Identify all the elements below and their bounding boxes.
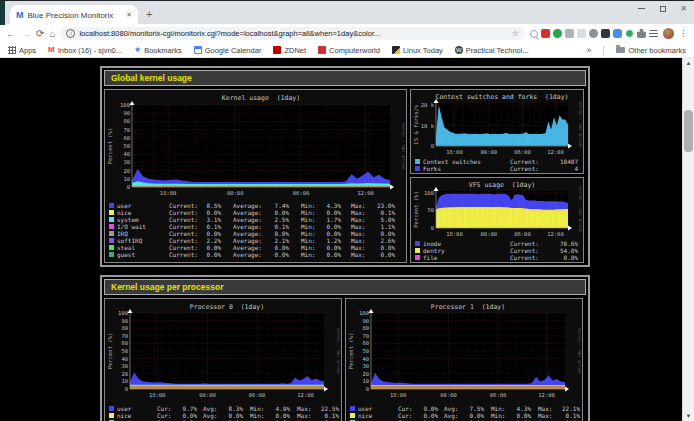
processor-1-graph-panel[interactable]: 010203040506070809010018:0000:0006:0012:… bbox=[345, 298, 583, 421]
legend-row: Context switchesCurrent:10407 bbox=[412, 158, 582, 165]
search-ext-icon[interactable] bbox=[530, 30, 538, 38]
context-switches-graph[interactable]: 010 k20 k18:0000:0006:0012:00Context swi… bbox=[412, 91, 582, 157]
bookmark-google-calendar[interactable]: Google Calendar bbox=[194, 46, 262, 55]
url-text[interactable]: localhost:8080/monitorix-cgi/monitorix.c… bbox=[79, 29, 507, 38]
kernel-usage-graph[interactable]: 010203040506070809010018:0000:0006:0012:… bbox=[106, 91, 405, 201]
legend-series-name: file bbox=[423, 254, 510, 261]
legend-swatch-icon bbox=[350, 406, 355, 411]
svg-text:18:00: 18:00 bbox=[446, 231, 463, 237]
bookmarks-overflow-chevron[interactable]: » bbox=[586, 45, 591, 55]
legend-stat-value: 0.0% bbox=[267, 209, 289, 216]
bookmark-star-icon[interactable]: ☆ bbox=[512, 29, 519, 38]
legend-swatch-icon bbox=[109, 238, 114, 243]
vfs-usage-legend: inodeCurrent:70.6%dentryCurrent:54.0%fil… bbox=[412, 240, 582, 261]
bookmark-zdnet[interactable]: ZDNet bbox=[273, 46, 306, 55]
reading-list-icon[interactable] bbox=[649, 30, 658, 38]
bookmark-practical-technology[interactable]: Practical Technol... bbox=[455, 46, 529, 55]
bookmark-label: Practical Technol... bbox=[466, 46, 529, 55]
vfs-usage-graph-panel[interactable]: 05010018:0000:0006:0012:00VFS usage (1da… bbox=[410, 177, 584, 263]
bookmark-computerworld[interactable]: Computerworld bbox=[318, 46, 380, 55]
address-bar[interactable]: localhost:8080/monitorix-cgi/monitorix.c… bbox=[60, 27, 525, 40]
legend-stat-label: Average: bbox=[233, 230, 267, 237]
legend-swatch-icon bbox=[415, 166, 420, 171]
legend-stat-label: Average: bbox=[233, 216, 267, 223]
browser-tab[interactable]: M Blue Precision Monitorix ✕ bbox=[10, 5, 138, 25]
svg-text:18:00: 18:00 bbox=[446, 149, 463, 155]
computerworld-icon bbox=[318, 46, 326, 54]
copy-ext-icon[interactable] bbox=[565, 29, 574, 38]
legend-stat-label: Average: bbox=[233, 237, 267, 244]
legend-stat-label: Current: bbox=[510, 254, 546, 261]
forward-icon[interactable]: → bbox=[21, 24, 31, 43]
legend-stat-value: 0.0% bbox=[369, 251, 395, 258]
green-circle-ext-icon[interactable] bbox=[625, 29, 634, 38]
legend-series-name: Context switches bbox=[423, 158, 510, 165]
legend-swatch-icon bbox=[415, 248, 420, 253]
svg-text:Percent (%): Percent (%) bbox=[413, 191, 419, 227]
privacy-ext-icon[interactable] bbox=[589, 29, 598, 38]
new-tab-button[interactable]: + bbox=[146, 8, 152, 20]
other-bookmarks-button[interactable]: Other bookmarks bbox=[616, 46, 686, 55]
legend-stat-label: Max: bbox=[351, 202, 369, 209]
extensions-puzzle-icon[interactable] bbox=[637, 29, 646, 38]
svg-text:06:00: 06:00 bbox=[514, 149, 531, 155]
legend-stat-label: Min: bbox=[491, 412, 509, 419]
site-info-icon[interactable] bbox=[66, 29, 75, 38]
svg-text:20: 20 bbox=[121, 371, 128, 377]
legend-stat-label: Cur: bbox=[398, 405, 416, 412]
maximize-button[interactable] bbox=[658, 4, 667, 13]
bookmark-bookmarks[interactable]: ★ Bookmarks bbox=[134, 46, 182, 55]
context-switches-graph-panel[interactable]: 010 k20 k18:0000:0006:0012:00Context swi… bbox=[410, 89, 584, 174]
processor-0-graph[interactable]: 010203040506070809010018:0000:0006:0012:… bbox=[106, 300, 340, 404]
legend-series-name: dentry bbox=[423, 247, 510, 254]
vfs-usage-graph[interactable]: 05010018:0000:0006:0012:00VFS usage (1da… bbox=[412, 179, 582, 239]
reload-icon[interactable]: ⟳ bbox=[36, 24, 44, 43]
processor-1-graph[interactable]: 010203040506070809010018:0000:0006:0012:… bbox=[347, 300, 581, 404]
notes-ext-icon[interactable] bbox=[577, 29, 586, 38]
mail-ext-icon[interactable] bbox=[541, 29, 550, 38]
legend-stat-value: 0.0% bbox=[546, 254, 578, 261]
legend-stat-label: Min: bbox=[301, 216, 319, 223]
back-icon[interactable]: ← bbox=[6, 24, 16, 43]
bookmark-apps[interactable]: Apps bbox=[8, 46, 36, 55]
blue-square-ext-icon[interactable] bbox=[613, 29, 622, 38]
svg-text:10 k: 10 k bbox=[421, 123, 435, 129]
legend-stat-label: Cur: bbox=[398, 412, 416, 419]
kernel-usage-graph-panel[interactable]: 010203040506070809010018:0000:0006:0012:… bbox=[104, 89, 407, 263]
bookmark-inbox[interactable]: M Inbox (16) - sjvn0... bbox=[48, 46, 122, 55]
profile-avatar[interactable] bbox=[663, 28, 674, 39]
dark-square-ext-icon[interactable] bbox=[601, 29, 610, 38]
home-icon[interactable]: ⌂ bbox=[49, 24, 55, 43]
scroll-down-icon[interactable]: ▼ bbox=[683, 411, 694, 421]
svg-text:00:00: 00:00 bbox=[440, 392, 457, 398]
minimize-button[interactable] bbox=[637, 4, 646, 13]
globe-ext-icon[interactable] bbox=[553, 29, 562, 38]
window-frame-edge bbox=[0, 1, 5, 25]
kebab-menu-icon[interactable]: ⋮ bbox=[679, 24, 688, 43]
tab-close-icon[interactable]: ✕ bbox=[126, 11, 132, 19]
svg-text:Processor 1 (1day): Processor 1 (1day) bbox=[431, 303, 505, 311]
legend-series-name: nice bbox=[117, 412, 155, 419]
legend-stat-label: Max: bbox=[351, 216, 369, 223]
processor-0-graph-panel[interactable]: 010203040506070809010018:0000:0006:0012:… bbox=[104, 298, 342, 421]
scroll-up-icon[interactable]: ▲ bbox=[683, 58, 694, 68]
legend-stat-label: Avg: bbox=[203, 412, 221, 419]
legend-stat-label: Max: bbox=[351, 237, 369, 244]
svg-text:10: 10 bbox=[123, 176, 130, 182]
legend-swatch-icon bbox=[109, 224, 114, 229]
legend-stat-value: 0.0% bbox=[267, 251, 289, 258]
svg-text:40: 40 bbox=[123, 151, 130, 157]
section-title: Kernel usage per processor bbox=[104, 279, 586, 295]
bookmark-label: Google Calendar bbox=[205, 46, 262, 55]
legend-stat-value: 10407 bbox=[546, 158, 578, 165]
bookmark-linux-today[interactable]: Linux Today bbox=[392, 46, 443, 55]
close-button[interactable]: ✕ bbox=[679, 4, 688, 13]
legend-stat-label: Min: bbox=[491, 405, 509, 412]
legend-stat-value: 0.0% bbox=[199, 209, 221, 216]
scrollbar-thumb[interactable] bbox=[684, 110, 693, 152]
svg-text:12:00: 12:00 bbox=[547, 231, 564, 237]
processor-0-legend: userCur:9.7%Avg:8.3%Min:4.9%Max:22.5%nic… bbox=[106, 405, 340, 421]
legend-stat-value: 0.0% bbox=[221, 412, 243, 419]
page-scrollbar[interactable]: ▲ ▼ bbox=[682, 58, 694, 421]
legend-stat-label: Average: bbox=[233, 251, 267, 258]
